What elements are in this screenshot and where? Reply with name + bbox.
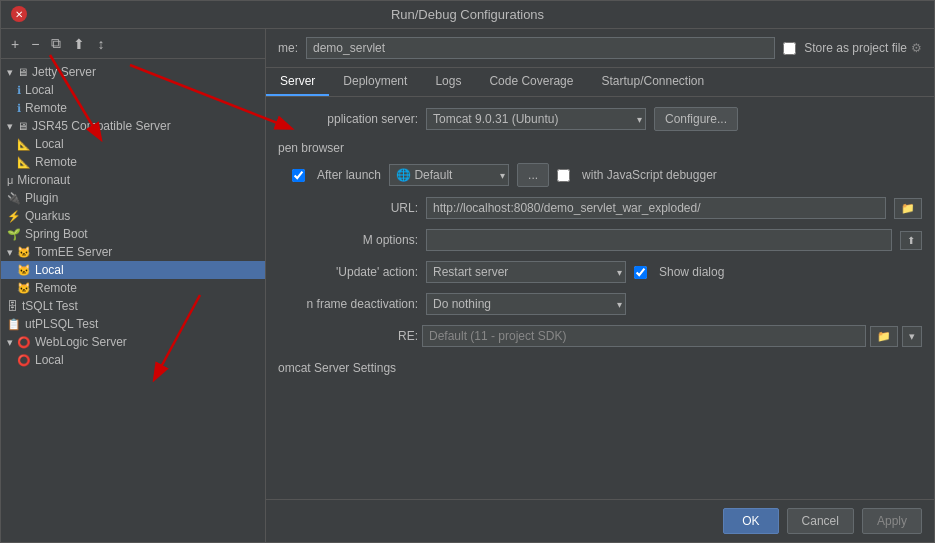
url-label: URL: — [278, 201, 418, 215]
store-project-checkbox[interactable] — [783, 42, 796, 55]
main-content: + − ⧉ ⬆ ↕ ▾ 🖥 Jetty Server ℹ Local ℹ — [1, 29, 934, 542]
ok-button[interactable]: OK — [723, 508, 778, 534]
jre-label: RE: — [278, 329, 418, 343]
tree-item-label: Local — [35, 263, 64, 277]
js-debugger-label: with JavaScript debugger — [582, 168, 717, 182]
run-debug-dialog: ✕ Run/Debug Configurations + − ⧉ ⬆ ↕ ▾ 🖥… — [0, 0, 935, 543]
tree-item-jsr45-remote[interactable]: 📐 Remote — [1, 153, 265, 171]
apply-button[interactable]: Apply — [862, 508, 922, 534]
tab-code-coverage[interactable]: Code Coverage — [475, 68, 587, 96]
tomcat-settings-label: omcat Server Settings — [278, 357, 922, 379]
more-button[interactable]: ... — [517, 163, 549, 187]
remote-icon: ℹ — [17, 102, 21, 115]
configure-button[interactable]: Configure... — [654, 107, 738, 131]
tree-item-label: Remote — [25, 101, 67, 115]
name-row: me: Store as project file ⚙ — [266, 29, 934, 68]
update-action-row: 'Update' action: Restart server Show dia… — [278, 261, 922, 283]
config-tree: ▾ 🖥 Jetty Server ℹ Local ℹ Remote ▾ 🖥 JS… — [1, 59, 265, 542]
tree-item-micronaut[interactable]: μ Micronaut — [1, 171, 265, 189]
update-action-select[interactable]: Restart server — [426, 261, 626, 283]
tree-item-tomee-local[interactable]: 🐱 Local — [1, 261, 265, 279]
tree-item-weblogic-local[interactable]: ⭕ Local — [1, 351, 265, 369]
vm-options-label: M options: — [278, 233, 418, 247]
config-name-input[interactable] — [306, 37, 775, 59]
sort-config-button[interactable]: ↕ — [93, 34, 108, 54]
weblogic-icon: ⭕ — [17, 336, 31, 349]
tree-item-jetty-local[interactable]: ℹ Local — [1, 81, 265, 99]
jre-folder-button[interactable]: 📁 — [870, 326, 898, 347]
vm-options-row: M options: ⬆ — [278, 229, 922, 251]
after-launch-row: After launch 🌐 Default ... with JavaScri… — [278, 163, 922, 187]
url-folder-button[interactable]: 📁 — [894, 198, 922, 219]
tree-item-jsr45-local[interactable]: 📐 Local — [1, 135, 265, 153]
tabs-bar: Server Deployment Logs Code Coverage Sta… — [266, 68, 934, 97]
app-server-select-wrapper: Tomcat 9.0.31 (Ubuntu) — [426, 108, 646, 130]
app-server-select[interactable]: Tomcat 9.0.31 (Ubuntu) — [426, 108, 646, 130]
frame-deactivation-label: n frame deactivation: — [278, 297, 418, 311]
js-debugger-checkbox[interactable] — [557, 169, 570, 182]
tab-logs[interactable]: Logs — [421, 68, 475, 96]
expand-icon: ▾ — [7, 336, 13, 349]
cancel-button[interactable]: Cancel — [787, 508, 854, 534]
tree-item-jetty-remote[interactable]: ℹ Remote — [1, 99, 265, 117]
remove-config-button[interactable]: − — [27, 34, 43, 54]
tree-item-jetty-server[interactable]: ▾ 🖥 Jetty Server — [1, 63, 265, 81]
update-action-select-wrapper: Restart server — [426, 261, 626, 283]
after-launch-checkbox[interactable] — [292, 169, 305, 182]
tree-item-jsr45[interactable]: ▾ 🖥 JSR45 Compatible Server — [1, 117, 265, 135]
tab-server[interactable]: Server — [266, 68, 329, 96]
frame-deactivation-select[interactable]: Do nothing — [426, 293, 626, 315]
local-icon: ⭕ — [17, 354, 31, 367]
quarkus-icon: ⚡ — [7, 210, 21, 223]
tree-item-plugin[interactable]: 🔌 Plugin — [1, 189, 265, 207]
jre-input[interactable] — [422, 325, 866, 347]
expand-icon: ▾ — [7, 120, 13, 133]
tab-startup-connection[interactable]: Startup/Connection — [587, 68, 718, 96]
tree-item-label: TomEE Server — [35, 245, 112, 259]
tree-item-label: JSR45 Compatible Server — [32, 119, 171, 133]
jre-dropdown-button[interactable]: ▾ — [902, 326, 922, 347]
frame-deactivation-select-wrapper: Do nothing — [426, 293, 626, 315]
remote-icon: 📐 — [17, 156, 31, 169]
micronaut-icon: μ — [7, 174, 13, 186]
show-dialog-checkbox[interactable] — [634, 266, 647, 279]
tree-item-weblogic[interactable]: ▾ ⭕ WebLogic Server — [1, 333, 265, 351]
tab-deployment[interactable]: Deployment — [329, 68, 421, 96]
plugin-icon: 🔌 — [7, 192, 21, 205]
gear-icon: ⚙ — [911, 41, 922, 55]
dialog-title: Run/Debug Configurations — [391, 7, 544, 22]
move-config-button[interactable]: ⬆ — [69, 34, 89, 54]
close-button[interactable]: ✕ — [11, 6, 27, 22]
right-panel: me: Store as project file ⚙ Server Deplo… — [266, 29, 934, 542]
browser-select[interactable]: 🌐 Default — [389, 164, 509, 186]
tab-server-content: pplication server: Tomcat 9.0.31 (Ubuntu… — [266, 97, 934, 499]
tree-item-quarkus[interactable]: ⚡ Quarkus — [1, 207, 265, 225]
tree-item-label: Remote — [35, 281, 77, 295]
copy-config-button[interactable]: ⧉ — [47, 33, 65, 54]
tree-item-label: Local — [35, 137, 64, 151]
tree-item-label: utPLSQL Test — [25, 317, 98, 331]
add-config-button[interactable]: + — [7, 34, 23, 54]
tree-toolbar: + − ⧉ ⬆ ↕ — [1, 29, 265, 59]
tree-item-utplsql[interactable]: 📋 utPLSQL Test — [1, 315, 265, 333]
tree-item-tomee-server[interactable]: ▾ 🐱 TomEE Server — [1, 243, 265, 261]
store-project-label: Store as project file — [804, 41, 907, 55]
app-server-label: pplication server: — [278, 112, 418, 126]
local-icon: 🐱 — [17, 264, 31, 277]
url-input[interactable] — [426, 197, 886, 219]
server-icon: 🖥 — [17, 120, 28, 132]
jre-row: RE: 📁 ▾ — [278, 325, 922, 347]
vm-options-expand-button[interactable]: ⬆ — [900, 231, 922, 250]
tree-item-spring-boot[interactable]: 🌱 Spring Boot — [1, 225, 265, 243]
tree-item-tomee-remote[interactable]: 🐱 Remote — [1, 279, 265, 297]
tree-item-label: WebLogic Server — [35, 335, 127, 349]
tree-item-label: Local — [25, 83, 54, 97]
spring-icon: 🌱 — [7, 228, 21, 241]
frame-deactivation-row: n frame deactivation: Do nothing — [278, 293, 922, 315]
app-server-row: pplication server: Tomcat 9.0.31 (Ubuntu… — [278, 107, 922, 131]
tsqlt-icon: 🗄 — [7, 300, 18, 312]
tree-item-tsqlt[interactable]: 🗄 tSQLt Test — [1, 297, 265, 315]
tree-item-label: Quarkus — [25, 209, 70, 223]
url-row: URL: 📁 — [278, 197, 922, 219]
vm-options-input[interactable] — [426, 229, 892, 251]
